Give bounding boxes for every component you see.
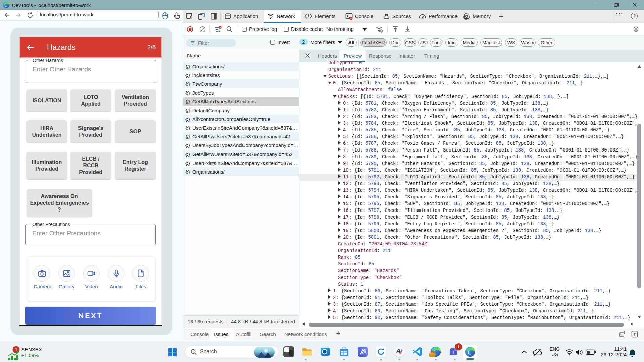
svg-text:T: T (452, 350, 455, 355)
svg-text:1: 1 (15, 347, 17, 352)
